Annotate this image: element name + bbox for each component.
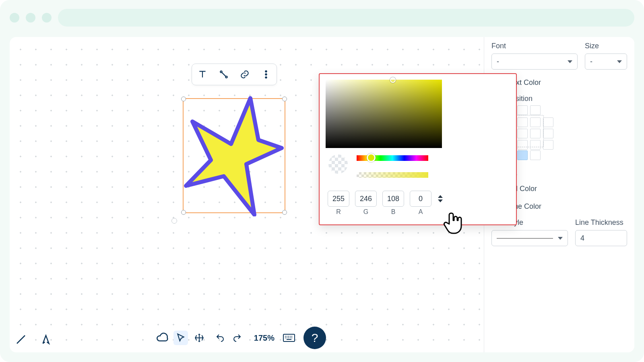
size-select[interactable]: - [585,53,627,70]
b-input[interactable]: 108 [382,191,404,207]
selection-box[interactable] [183,98,285,213]
chevron-down-icon [568,60,572,63]
pos-cell[interactable] [530,105,541,115]
pos-cell[interactable] [530,117,541,127]
g-input[interactable]: 246 [355,191,377,207]
pos-cell[interactable] [530,129,541,138]
mode-spinner[interactable] [438,195,443,202]
svg-point-2 [265,70,267,72]
context-toolbar [192,64,277,85]
resize-handle-tl[interactable] [181,97,186,101]
resize-handle-bl[interactable] [181,210,186,215]
r-input[interactable]: 255 [328,191,349,207]
chevron-down-icon [558,237,563,240]
a-label: A [410,208,431,216]
pos-cell[interactable] [517,129,528,138]
cloud-sync-button[interactable] [155,331,169,345]
zoom-level[interactable]: 175% [251,333,278,343]
line-thickness-input[interactable]: 4 [575,230,627,246]
pos-cell[interactable] [543,140,553,150]
browser-chrome [10,6,634,29]
svg-point-4 [265,76,267,78]
pos-cell[interactable] [517,105,528,115]
g-label: G [355,208,377,216]
help-button[interactable]: ? [303,327,326,349]
rgba-labels: R G B A [328,208,431,216]
saturation-value-area[interactable] [326,80,442,148]
undo-redo-group [211,329,247,347]
text-tool-button[interactable] [194,66,211,82]
address-bar[interactable] [58,9,634,27]
pos-cell[interactable] [517,140,528,150]
more-menu-button[interactable] [257,66,275,82]
window-dot [42,13,52,23]
chevron-down-icon [617,60,622,63]
line-style-select[interactable] [491,230,568,246]
connector-tool-button[interactable] [215,66,233,82]
size-value: - [590,58,592,66]
app-window: 175% ? Font - Size [0,0,644,362]
svg-point-1 [225,76,227,78]
pos-cell[interactable] [530,150,541,160]
window-dot [26,13,35,23]
font-label: Font [491,42,578,50]
status-bar: 175% ? [10,323,333,352]
pos-cell[interactable] [543,129,553,138]
transparency-swatch[interactable] [328,154,348,174]
rgba-inputs: 255 246 108 0 [328,191,443,207]
link-tool-button[interactable] [236,66,254,82]
svg-point-0 [220,71,222,72]
color-picker-popup: 255 246 108 0 R G B A [319,73,517,225]
rotate-handle[interactable] [171,218,177,224]
font-select[interactable]: - [491,53,578,70]
window-dot [10,13,19,23]
alpha-slider[interactable] [357,172,428,178]
sv-cursor[interactable] [390,77,396,83]
svg-point-3 [265,74,267,75]
resize-handle-br[interactable] [282,210,287,215]
pan-tool-button[interactable] [192,331,206,345]
pos-cell[interactable] [530,140,541,150]
line-thickness-label: Line Thickness [575,218,627,227]
resize-handle-tr[interactable] [282,97,287,101]
keyboard-button[interactable] [282,331,296,345]
pos-cell[interactable] [517,117,528,127]
editor-surface: 175% ? Font - Size [10,37,634,352]
r-label: R [328,208,349,216]
pos-cell[interactable] [543,117,553,127]
b-label: B [382,208,404,216]
line-style-sample [497,238,553,239]
undo-button[interactable] [213,331,227,345]
font-value: - [497,58,499,66]
size-label: Size [585,42,627,50]
select-tool-button[interactable] [173,331,188,345]
star-shape[interactable] [182,96,287,216]
hue-cursor[interactable] [367,153,376,162]
line-thickness-value: 4 [580,234,584,243]
redo-button[interactable] [230,331,244,345]
pos-cell-active[interactable] [517,150,528,160]
a-input[interactable]: 0 [410,191,431,207]
